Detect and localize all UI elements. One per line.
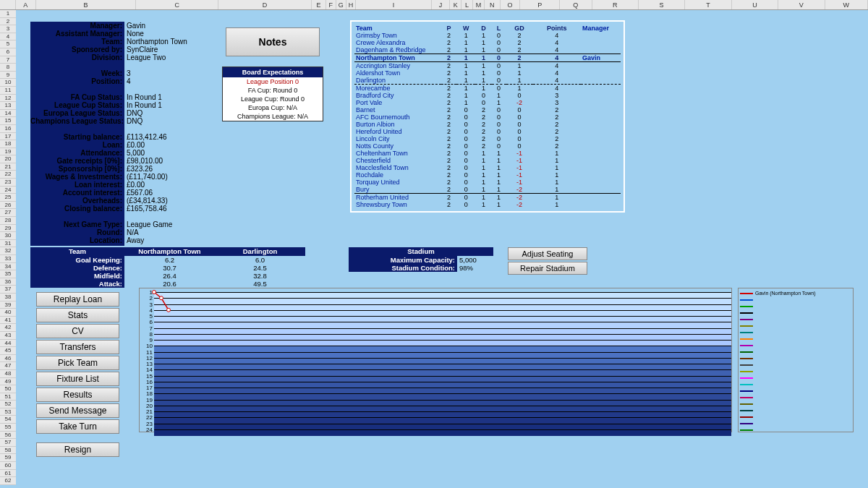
row-header-55[interactable]: 55 bbox=[0, 424, 16, 432]
row-header-49[interactable]: 49 bbox=[0, 378, 16, 386]
col-header-C[interactable]: C bbox=[136, 0, 218, 9]
row-header-5[interactable]: 5 bbox=[0, 40, 16, 48]
row-header-22[interactable]: 22 bbox=[0, 171, 16, 179]
cv-button[interactable]: CV bbox=[36, 324, 119, 338]
col-header-H[interactable]: H bbox=[346, 0, 357, 9]
row-header-45[interactable]: 45 bbox=[0, 347, 16, 355]
teamcomp-header-label: Team bbox=[30, 247, 124, 256]
row-header-35[interactable]: 35 bbox=[0, 270, 16, 278]
row-header-51[interactable]: 51 bbox=[0, 393, 16, 401]
stats-button[interactable]: Stats bbox=[36, 308, 119, 322]
row-header-4[interactable]: 4 bbox=[0, 33, 16, 41]
row-header-48[interactable]: 48 bbox=[0, 370, 16, 378]
row-header-41[interactable]: 41 bbox=[0, 317, 16, 325]
row-header-59[interactable]: 59 bbox=[0, 454, 16, 462]
results-button[interactable]: Results bbox=[36, 388, 119, 402]
col-header-A[interactable]: A bbox=[16, 0, 36, 9]
resign-button[interactable]: Resign bbox=[36, 442, 119, 457]
row-header-24[interactable]: 24 bbox=[0, 187, 16, 194]
row-header-12[interactable]: 12 bbox=[0, 95, 16, 103]
fixture-list-button[interactable]: Fixture List bbox=[36, 372, 119, 386]
row-header-47[interactable]: 47 bbox=[0, 362, 16, 370]
row-header-58[interactable]: 58 bbox=[0, 447, 16, 455]
row-header-25[interactable]: 25 bbox=[0, 194, 16, 202]
col-header-D[interactable]: D bbox=[218, 0, 312, 9]
col-header-M[interactable]: M bbox=[473, 0, 485, 9]
col-header-O[interactable]: O bbox=[501, 0, 521, 9]
row-header-38[interactable]: 38 bbox=[0, 294, 16, 301]
row-header-14[interactable]: 14 bbox=[0, 110, 16, 118]
col-header-N[interactable]: N bbox=[485, 0, 501, 9]
row-header-31[interactable]: 31 bbox=[0, 240, 16, 248]
col-header-P[interactable]: P bbox=[520, 0, 560, 9]
repair-stadium-button[interactable]: Repair Stadium bbox=[508, 262, 587, 275]
row-header-62[interactable]: 62 bbox=[0, 477, 16, 485]
col-header-J[interactable]: J bbox=[432, 0, 451, 9]
row-header-1[interactable]: 1 bbox=[0, 10, 16, 18]
row-header-29[interactable]: 29 bbox=[0, 225, 16, 233]
row-header-60[interactable]: 60 bbox=[0, 462, 16, 470]
row-header-13[interactable]: 13 bbox=[0, 102, 16, 110]
row-header-30[interactable]: 30 bbox=[0, 232, 16, 240]
row-header-42[interactable]: 42 bbox=[0, 324, 16, 332]
row-header-21[interactable]: 21 bbox=[0, 163, 16, 171]
row-header-32[interactable]: 32 bbox=[0, 247, 16, 255]
row-header-50[interactable]: 50 bbox=[0, 385, 16, 393]
col-header-I[interactable]: I bbox=[356, 0, 431, 9]
col-header-V[interactable]: V bbox=[778, 0, 825, 9]
row-header-28[interactable]: 28 bbox=[0, 217, 16, 225]
col-header-L[interactable]: L bbox=[461, 0, 473, 9]
row-header-26[interactable]: 26 bbox=[0, 202, 16, 210]
col-header-B[interactable]: B bbox=[36, 0, 137, 9]
take-turn-button[interactable]: Take Turn bbox=[36, 419, 119, 434]
row-header-9[interactable]: 9 bbox=[0, 72, 16, 80]
row-header-2[interactable]: 2 bbox=[0, 18, 16, 26]
col-header-R[interactable]: R bbox=[592, 0, 639, 9]
row-header-36[interactable]: 36 bbox=[0, 278, 16, 286]
transfers-button[interactable]: Transfers bbox=[36, 340, 119, 354]
send-message-button[interactable]: Send Message bbox=[36, 403, 119, 418]
row-header-40[interactable]: 40 bbox=[0, 309, 16, 317]
row-header-19[interactable]: 19 bbox=[0, 148, 16, 156]
col-header-E[interactable]: E bbox=[312, 0, 326, 9]
row-header-53[interactable]: 53 bbox=[0, 408, 16, 416]
replay-loan-button[interactable]: Replay Loan bbox=[36, 292, 119, 307]
pick-team-button[interactable]: Pick Team bbox=[36, 356, 119, 370]
notes-button[interactable]: Notes bbox=[226, 27, 320, 56]
col-header-F[interactable]: F bbox=[326, 0, 336, 9]
col-header-G[interactable]: G bbox=[336, 0, 346, 9]
tc-home-val: 30.7 bbox=[124, 264, 215, 272]
row-header-43[interactable]: 43 bbox=[0, 332, 16, 340]
row-header-27[interactable]: 27 bbox=[0, 209, 16, 217]
row-header-8[interactable]: 8 bbox=[0, 64, 16, 72]
row-header-37[interactable]: 37 bbox=[0, 286, 16, 294]
col-header-W[interactable]: W bbox=[825, 0, 868, 9]
row-header-57[interactable]: 57 bbox=[0, 439, 16, 447]
row-header-23[interactable]: 23 bbox=[0, 179, 16, 187]
row-header-39[interactable]: 39 bbox=[0, 301, 16, 309]
row-header-7[interactable]: 7 bbox=[0, 56, 16, 64]
row-header-44[interactable]: 44 bbox=[0, 340, 16, 348]
row-header-10[interactable]: 10 bbox=[0, 79, 16, 87]
col-header-K[interactable]: K bbox=[450, 0, 461, 9]
row-header-15[interactable]: 15 bbox=[0, 117, 16, 125]
row-header-52[interactable]: 52 bbox=[0, 401, 16, 408]
row-header-61[interactable]: 61 bbox=[0, 470, 16, 478]
row-header-54[interactable]: 54 bbox=[0, 416, 16, 424]
row-header-46[interactable]: 46 bbox=[0, 355, 16, 363]
row-header-20[interactable]: 20 bbox=[0, 155, 16, 163]
row-header-17[interactable]: 17 bbox=[0, 133, 16, 141]
adjust-seating-button[interactable]: Adjust Seating bbox=[508, 247, 587, 260]
row-header-6[interactable]: 6 bbox=[0, 48, 16, 56]
row-header-33[interactable]: 33 bbox=[0, 255, 16, 263]
row-header-56[interactable]: 56 bbox=[0, 432, 16, 440]
row-header-3[interactable]: 3 bbox=[0, 25, 16, 33]
row-header-16[interactable]: 16 bbox=[0, 125, 16, 133]
row-header-34[interactable]: 34 bbox=[0, 263, 16, 271]
col-header-T[interactable]: T bbox=[685, 0, 731, 9]
row-header-11[interactable]: 11 bbox=[0, 87, 16, 95]
col-header-Q[interactable]: Q bbox=[560, 0, 592, 9]
col-header-U[interactable]: U bbox=[732, 0, 778, 9]
col-header-S[interactable]: S bbox=[639, 0, 685, 9]
row-header-18[interactable]: 18 bbox=[0, 140, 16, 148]
